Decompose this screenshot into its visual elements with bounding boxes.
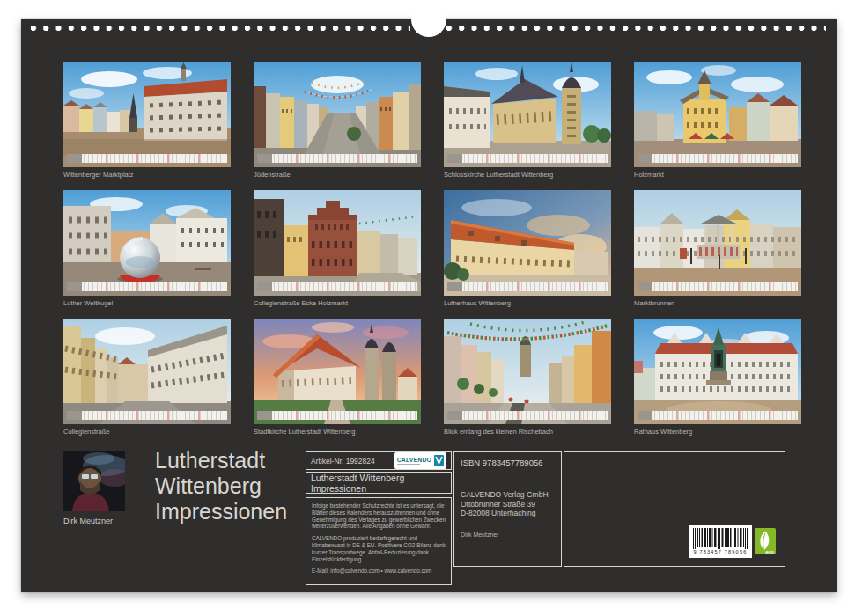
photo-juedenstrasse bbox=[254, 62, 421, 167]
publisher-street: Ottobrunner Straße 39 bbox=[461, 500, 555, 510]
thumbnail-caption: Jüdenstraße bbox=[254, 171, 421, 179]
barcode-column: 9 783457 789056 eco bbox=[564, 451, 785, 567]
thumbnail-caption: Holzmarkt bbox=[634, 171, 801, 179]
imprint-left-column: Artikel-Nr. 1992824 CALVENDO Lutherstadt… bbox=[306, 451, 452, 567]
calendar-page-thumbnail: Wittenberger Marktplatz bbox=[63, 62, 231, 179]
wire-binding-holes-right bbox=[446, 25, 826, 32]
photo-collegienstrasse bbox=[63, 319, 231, 424]
photo-holzmarkt bbox=[634, 62, 801, 167]
legal-text-2: CALVENDO produziert bedarfsgerecht und k… bbox=[312, 535, 446, 562]
eco-icon: eco bbox=[755, 528, 776, 554]
imprint-panel: Artikel-Nr. 1992824 CALVENDO Lutherstadt… bbox=[306, 451, 785, 567]
hanging-hole bbox=[411, 2, 446, 37]
thumbnail-caption: Schlosskirche Lutherstadt Wittenberg bbox=[444, 171, 611, 179]
author-credit: Dirk Meutzner bbox=[461, 532, 555, 538]
photo-rathaus bbox=[634, 319, 801, 424]
thumbnail-caption: Marktbrunnen bbox=[634, 299, 801, 307]
contact-line: E-Mail: info@calvendo.com • www.calvendo… bbox=[312, 568, 446, 575]
photo-marktbrunnen bbox=[634, 190, 801, 296]
legal-text-box: Infolge bestehender Schutzrechte ist es … bbox=[306, 497, 452, 585]
photo-wittenberger-marktplatz bbox=[63, 62, 231, 167]
calendar-title: Lutherstadt Wittenberg Impressionen bbox=[155, 448, 306, 524]
wire-binding-holes-left bbox=[30, 25, 410, 32]
thumbnail-caption: Luther Weltkugel bbox=[63, 299, 231, 307]
calendar-page-thumbnail: Marktbrunnen bbox=[634, 190, 801, 307]
barcode-digits: 9 783457 789056 bbox=[694, 549, 748, 555]
photo-rischebach bbox=[444, 319, 611, 424]
calendar-page-thumbnail: Collegienstraße Ecke Holzmarkt bbox=[254, 190, 421, 307]
calendar-page-thumbnail: Lutherhaus Wittenberg bbox=[444, 190, 611, 307]
month-thumbnail-grid: Wittenberger Marktplatz bbox=[63, 62, 801, 436]
article-number-box: Artikel-Nr. 1992824 CALVENDO bbox=[306, 451, 452, 470]
photo-collegienstrasse-ecke-holzmarkt bbox=[254, 190, 421, 296]
photo-lutherhaus bbox=[444, 190, 611, 296]
calendar-page-thumbnail: Holzmarkt bbox=[634, 62, 801, 179]
thumbnail-caption: Collegienstraße Ecke Holzmarkt bbox=[254, 299, 421, 307]
author-portrait bbox=[63, 451, 125, 511]
legal-text-1: Infolge bestehender Schutzrechte ist es … bbox=[312, 502, 446, 530]
eco-label: eco bbox=[766, 549, 775, 554]
calvendo-logo-tagline bbox=[397, 464, 420, 466]
calendar-back-page: Wittenberger Marktplatz bbox=[21, 19, 837, 592]
calendar-page-thumbnail: Stadtkirche Lutherstadt Wittenberg bbox=[254, 319, 421, 436]
calendar-page-thumbnail: Schlosskirche Lutherstadt Wittenberg bbox=[444, 62, 611, 179]
calvendo-logo-text: CALVENDO bbox=[397, 457, 431, 463]
calvendo-logo: CALVENDO bbox=[394, 452, 446, 469]
calendar-page-thumbnail: Luther Weltkugel bbox=[63, 190, 231, 307]
publisher-address: CALVENDO Verlag GmbH Ottobrunner Straße … bbox=[461, 490, 555, 518]
calendar-page-thumbnail: Collegienstraße bbox=[63, 319, 231, 436]
photo-luther-weltkugel bbox=[63, 190, 231, 296]
barcode-bars bbox=[693, 528, 748, 549]
publisher-column: ISBN 9783457789056 CALVENDO Verlag GmbH … bbox=[453, 451, 562, 567]
photo-schlosskirche bbox=[444, 62, 611, 167]
thumbnail-caption: Blick entlang des kleinen Rischebach bbox=[444, 428, 611, 436]
thumbnail-caption: Collegienstraße bbox=[63, 428, 231, 436]
publisher-city: D-82008 Unterhaching bbox=[461, 509, 555, 518]
thumbnail-caption: Lutherhaus Wittenberg bbox=[444, 299, 611, 307]
ean-barcode: 9 783457 789056 bbox=[689, 525, 752, 558]
article-number: Artikel-Nr. 1992824 bbox=[311, 457, 375, 466]
calendar-page-thumbnail: Jüdenstraße bbox=[254, 62, 421, 179]
photo-stadtkirche bbox=[254, 319, 421, 424]
calendar-back-cover-scan: { "page": { "title": "Lutherstadt Witten… bbox=[0, 0, 855, 616]
calvendo-logo-wordmark: CALVENDO bbox=[397, 457, 431, 466]
author-name: Dirk Meutzner bbox=[63, 517, 113, 525]
calendar-page-thumbnail: Blick entlang des kleinen Rischebach bbox=[444, 319, 611, 436]
thumbnail-caption: Rathaus Wittenberg bbox=[634, 428, 801, 436]
product-title-box: Lutherstadt Wittenberg Impressionen bbox=[306, 472, 452, 494]
publisher-name: CALVENDO Verlag GmbH bbox=[461, 490, 555, 500]
calendar-page-thumbnail: Rathaus Wittenberg bbox=[634, 319, 801, 436]
thumbnail-caption: Stadtkirche Lutherstadt Wittenberg bbox=[254, 428, 421, 436]
isbn: ISBN 9783457789056 bbox=[461, 458, 555, 467]
thumbnail-caption: Wittenberger Marktplatz bbox=[63, 171, 231, 179]
product-title: Lutherstadt Wittenberg Impressionen bbox=[311, 473, 446, 494]
calvendo-logo-icon bbox=[434, 455, 444, 466]
